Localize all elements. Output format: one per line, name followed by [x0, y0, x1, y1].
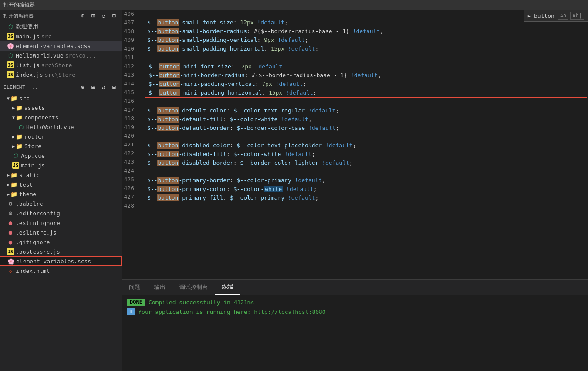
search-word-option[interactable]: Ab|	[570, 12, 584, 20]
sidebar-item-babelrc[interactable]: ⚙ .babelrc	[0, 199, 122, 208]
folder-store-icon: 📁	[16, 143, 23, 150]
explorer-label: ELEMENT-...	[3, 85, 38, 90]
explorer-header-icons: ⊕ ⊞ ↺ ⊟	[79, 83, 118, 91]
sidebar-item-label: router	[24, 133, 45, 140]
sidebar-item-helloworld[interactable]: ⬡ HelloWorld.vue src\co...	[0, 51, 122, 60]
sidebar-item-router[interactable]: ▶ 📁 router	[0, 132, 122, 141]
panel: 问题 输出 调试控制台 终端 DONE Compiled successfull…	[122, 279, 588, 371]
sidebar-item-label: list.js	[16, 62, 40, 68]
sidebar-item-postcssrc[interactable]: JS .postcssrc.js	[0, 247, 122, 256]
js-icon: JS	[7, 33, 14, 40]
new-folder-btn[interactable]: ⊞	[89, 83, 97, 91]
sidebar-item-label: 欢迎使用	[16, 23, 38, 31]
sidebar-item-app-vue[interactable]: ⬡ App.vue	[0, 151, 122, 160]
sidebar-item-label: .eslintrc.js	[16, 229, 57, 236]
code-line-412: $--button-mini-font-size: 12px !default;	[145, 62, 587, 71]
code-line-421: $--button-disabled-color: $--color-text-…	[144, 141, 588, 150]
line-num-413: 413	[122, 71, 139, 79]
new-file-icon[interactable]: ⊕	[79, 12, 87, 20]
code-line-426: $--button-primary-color: $--color-white …	[144, 185, 588, 194]
sidebar-item-editorconfig[interactable]: ⚙ .editorconfig	[0, 208, 122, 218]
folder-router-icon: 📁	[16, 133, 23, 140]
line-num-407: 407	[122, 18, 139, 27]
circle-git-icon: ●	[7, 238, 14, 245]
tab-output[interactable]: 输出	[147, 279, 172, 295]
collapse-btn[interactable]: ⊟	[110, 83, 118, 91]
refresh-btn[interactable]: ↺	[100, 83, 108, 91]
sidebar-item-static[interactable]: ▶ 📁 static	[0, 170, 122, 180]
vue-icon: ⬡	[7, 24, 14, 30]
sidebar-item-label: element-variables.scss	[16, 258, 91, 265]
sidebar-item-welcome[interactable]: ⬡ 欢迎使用	[0, 22, 122, 31]
new-file-btn[interactable]: ⊕	[79, 83, 87, 91]
sidebar-item-store[interactable]: ▶ 📁 Store	[0, 141, 122, 151]
gear-editor-icon: ⚙	[7, 210, 14, 217]
chevron-right-static: ▶	[7, 173, 10, 177]
code-line-423: $--button-disabled-border: $--border-col…	[144, 159, 588, 167]
sidebar-item-theme[interactable]: ▶ 📁 theme	[0, 189, 122, 199]
red-border-block: $--button-mini-font-size: 12px !default;…	[145, 62, 587, 98]
sidebar-item-label: element-variables.scss	[16, 43, 91, 49]
sidebar-item-eslintignore[interactable]: ● .eslintignore	[0, 218, 122, 228]
sidebar-item-main-js[interactable]: JS main.js src	[0, 31, 122, 41]
gear-babelrc-icon: ⚙	[7, 200, 14, 207]
done-badge: DONE	[127, 299, 145, 306]
new-folder-icon[interactable]: ⊞	[89, 12, 97, 20]
sidebar-item-assets[interactable]: ▶ 📁 assets	[0, 103, 122, 112]
tab-debug-console[interactable]: 调试控制台	[172, 279, 215, 295]
line-num-414: 414	[122, 79, 139, 88]
folder-assets-icon: 📁	[16, 105, 23, 111]
code-line-416	[144, 98, 588, 106]
sidebar-item-label: index.js	[16, 71, 43, 78]
tab-problems[interactable]: 问题	[122, 279, 147, 295]
line-num-425: 425	[122, 175, 139, 184]
sidebar-item-eslintrc-js[interactable]: ● .eslintrc.js	[0, 228, 122, 237]
sidebar-item-label: .gitignore	[16, 239, 50, 245]
sidebar-item-index-js[interactable]: JS index.js src\Store	[0, 70, 122, 79]
sidebar-item-gitignore[interactable]: ● .gitignore	[0, 237, 122, 247]
sidebar-item-element-variables[interactable]: 🌸 element-variables.scss	[0, 41, 122, 51]
sidebar-header-icons: ⊕ ⊞ ↺ ⊟	[79, 12, 118, 20]
js-icon-index: JS	[7, 71, 14, 78]
line-numbers: 406 407 408 409 410 411 412 413 414 415 …	[122, 10, 144, 279]
line-num-415: 415	[122, 88, 139, 97]
line-num-410: 410	[122, 44, 139, 53]
code-content: $--button-small-font-size: 12px !default…	[144, 10, 588, 279]
circle-eslint-icon: ●	[7, 229, 14, 236]
code-line-419: $--button-default-border: $--border-colo…	[144, 124, 588, 133]
sidebar-item-helloworld-component[interactable]: ⬡ HelloWorld.vue	[0, 122, 122, 132]
sidebar-item-label: theme	[19, 191, 36, 197]
done-message: Compiled successfully in 4121ms	[149, 299, 254, 306]
sidebar-item-index-html[interactable]: ◇ index.html	[0, 266, 122, 276]
refresh-icon[interactable]: ↺	[100, 12, 108, 20]
sidebar-item-element-variables-bottom[interactable]: 🌸 element-variables.scss	[0, 256, 122, 266]
code-line-418: $--button-default-fill: $--color-white !…	[144, 115, 588, 124]
open-editors-label: 打开的编辑器	[3, 13, 34, 19]
sidebar-item-label: .postcssrc.js	[16, 248, 60, 255]
sidebar-item-main-js-tree[interactable]: JS main.js	[0, 160, 122, 170]
vue-icon-app: ⬡	[12, 153, 19, 159]
line-num-423: 423	[122, 158, 139, 167]
search-case-option[interactable]: Aa	[558, 12, 568, 20]
sidebar-item-list-js[interactable]: JS list.js src\Store	[0, 60, 122, 70]
line-num-421: 421	[122, 140, 139, 149]
code-line-406	[144, 10, 588, 18]
sidebar-item-src[interactable]: ▼ 📁 src	[0, 93, 122, 103]
chevron-right-theme: ▶	[7, 192, 10, 197]
sidebar-item-label: src	[19, 95, 29, 102]
code-line-410: $--button-small-padding-horizontal: 15px…	[144, 44, 588, 53]
sidebar-item-components[interactable]: ▼ 📁 components	[0, 112, 122, 122]
sidebar-item-test[interactable]: ▶ 📁 test	[0, 180, 122, 189]
line-num-426: 426	[122, 184, 139, 193]
code-line-417: $--button-default-color: $--color-text-r…	[144, 106, 588, 115]
code-line-413: $--button-mini-border-radius: #{$--borde…	[145, 71, 587, 80]
panel-content: DONE Compiled successfully in 4121ms I Y…	[122, 295, 588, 371]
tab-terminal[interactable]: 终端	[215, 279, 240, 295]
chevron-right-router: ▶	[12, 134, 15, 139]
sidebar-item-label: HelloWorld.vue	[26, 124, 74, 130]
code-line-409: $--button-small-padding-vertical: 9px !d…	[144, 36, 588, 44]
collapse-icon[interactable]: ⊟	[110, 12, 118, 20]
search-prev-icon[interactable]: ▶	[528, 14, 531, 18]
terminal-prompt: I	[127, 308, 135, 315]
vue-icon-comp: ⬡	[17, 124, 24, 130]
